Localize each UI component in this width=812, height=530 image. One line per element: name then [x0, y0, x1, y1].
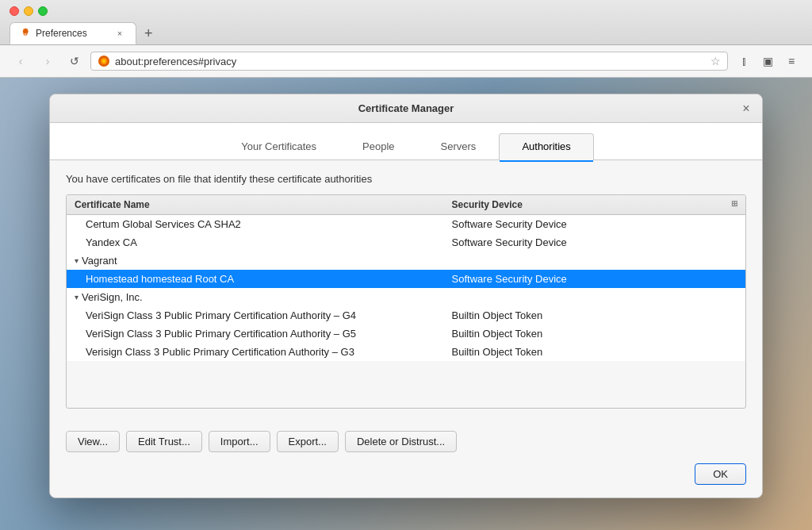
table-row[interactable]: Homestead homestead Root CASoftware Secu… — [67, 270, 745, 288]
security-device-cell: Builtin Object Token — [444, 306, 745, 325]
tab-title: Preferences — [36, 28, 87, 39]
cert-table-wrapper: Certificate Name Security Device ⊞ Certu… — [66, 194, 746, 409]
group-label: ▾Vagrant — [75, 255, 737, 267]
cert-table-body: Certum Global Services CA SHA2Software S… — [67, 215, 745, 362]
forward-button[interactable]: › — [36, 50, 59, 72]
group-label: ▾VeriSign, Inc. — [75, 291, 737, 303]
col-cert-name-header: Certificate Name — [67, 195, 444, 215]
close-button[interactable] — [10, 6, 19, 16]
new-tab-button[interactable]: + — [138, 22, 159, 44]
maximize-button[interactable] — [38, 6, 48, 16]
group-label-cell: ▾Vagrant — [67, 252, 745, 270]
cert-name-cell: VeriSign Class 3 Public Primary Certific… — [67, 325, 444, 343]
browser-content: Certificate Manager × Your Certificates … — [0, 78, 812, 530]
browser-window: Preferences × + ‹ › ↺ about:preferences#… — [0, 0, 812, 530]
security-device-cell: Builtin Object Token — [444, 343, 745, 361]
firefox-logo-icon — [98, 55, 110, 67]
dialog-footer: OK — [50, 463, 762, 497]
back-icon: ‹ — [19, 55, 23, 67]
reading-list-icon: ⫿ — [741, 55, 747, 67]
dialog-content-area: You have certificates on file that ident… — [50, 160, 762, 421]
sidebar-button[interactable]: ▣ — [756, 50, 779, 72]
tab-servers[interactable]: Servers — [418, 133, 500, 160]
browser-tabs: Preferences × + — [10, 22, 802, 44]
tab-your-certificates[interactable]: Your Certificates — [218, 133, 339, 160]
tab-close-button[interactable]: × — [113, 27, 126, 40]
address-bar[interactable]: about:preferences#privacy ☆ — [90, 52, 728, 71]
reload-button[interactable]: ↺ — [63, 50, 86, 72]
chevron-icon: ▾ — [75, 256, 79, 265]
dialog-action-buttons: View... Edit Trust... Import... Export..… — [50, 421, 762, 463]
group-name: VeriSign, Inc. — [82, 291, 143, 303]
table-header-row: Certificate Name Security Device ⊞ — [67, 195, 745, 215]
col-security-device-header: Security Device ⊞ — [444, 195, 745, 215]
active-tab[interactable]: Preferences × — [10, 22, 136, 44]
sidebar-icon: ▣ — [763, 55, 773, 67]
ok-button[interactable]: OK — [695, 463, 746, 485]
address-text[interactable]: about:preferences#privacy — [115, 56, 706, 67]
cert-name-cell: Verisign Class 3 Public Primary Certific… — [67, 343, 444, 361]
bookmark-icon[interactable]: ☆ — [710, 55, 721, 67]
reading-list-button[interactable]: ⫿ — [733, 50, 755, 72]
security-device-cell: Software Security Device — [444, 233, 745, 252]
hamburger-icon: ≡ — [788, 55, 795, 67]
dialog-body: Your Certificates People Servers Authori… — [50, 123, 762, 497]
cert-name-cell: VeriSign Class 3 Public Primary Certific… — [67, 306, 444, 325]
cert-table: Certificate Name Security Device ⊞ Certu… — [67, 195, 745, 361]
group-label-cell: ▾VeriSign, Inc. — [67, 288, 745, 306]
cert-description: You have certificates on file that ident… — [66, 173, 746, 185]
chevron-icon: ▾ — [75, 293, 79, 301]
tab-favicon-icon — [20, 28, 31, 39]
menu-button[interactable]: ≡ — [780, 50, 802, 72]
dialog-titlebar: Certificate Manager × — [50, 94, 762, 123]
tab-authorities[interactable]: Authorities — [499, 133, 593, 160]
nav-right-buttons: ⫿ ▣ ≡ — [733, 50, 802, 72]
cert-name-cell: Yandex CA — [67, 233, 444, 252]
cert-name-cell: Homestead homestead Root CA — [67, 270, 444, 288]
reload-icon: ↺ — [70, 55, 79, 67]
table-row[interactable]: ▾VeriSign, Inc. — [67, 288, 745, 306]
table-row[interactable]: Verisign Class 3 Public Primary Certific… — [67, 343, 745, 361]
view-button[interactable]: View... — [66, 431, 120, 452]
delete-distrust-button[interactable]: Delete or Distrust... — [345, 431, 457, 452]
table-row[interactable]: Certum Global Services CA SHA2Software S… — [67, 215, 745, 234]
tab-people[interactable]: People — [339, 133, 417, 160]
security-device-cell: Builtin Object Token — [444, 325, 745, 343]
browser-navbar: ‹ › ↺ about:preferences#privacy ☆ ⫿ ▣ — [0, 45, 812, 78]
group-name: Vagrant — [82, 255, 117, 267]
security-device-cell: Software Security Device — [444, 270, 745, 288]
table-row[interactable]: ▾Vagrant — [67, 252, 745, 270]
export-button[interactable]: Export... — [277, 431, 339, 452]
traffic-lights — [10, 6, 802, 16]
dialog-close-button[interactable]: × — [740, 102, 753, 115]
forward-icon: › — [46, 55, 50, 67]
table-row[interactable]: VeriSign Class 3 Public Primary Certific… — [67, 306, 745, 325]
svg-point-2 — [102, 60, 105, 63]
dialog-tabs: Your Certificates People Servers Authori… — [50, 123, 762, 160]
table-row[interactable]: Yandex CASoftware Security Device — [67, 233, 745, 252]
import-button[interactable]: Import... — [209, 431, 270, 452]
security-device-cell: Software Security Device — [444, 215, 745, 234]
back-button[interactable]: ‹ — [10, 50, 32, 72]
minimize-button[interactable] — [24, 6, 33, 16]
edit-trust-button[interactable]: Edit Trust... — [126, 431, 202, 452]
dialog-title: Certificate Manager — [358, 102, 454, 114]
certificate-manager-dialog: Certificate Manager × Your Certificates … — [49, 94, 763, 498]
col-resize-icon[interactable]: ⊞ — [731, 199, 737, 208]
table-row[interactable]: VeriSign Class 3 Public Primary Certific… — [67, 325, 745, 343]
cert-name-cell: Certum Global Services CA SHA2 — [67, 215, 444, 234]
browser-titlebar: Preferences × + — [0, 0, 812, 45]
